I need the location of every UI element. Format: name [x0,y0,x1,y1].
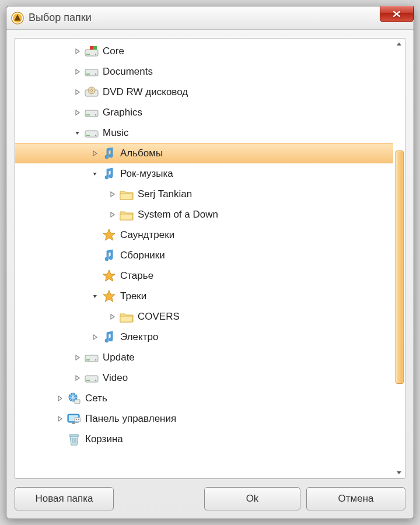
expander-closed-icon[interactable] [56,394,64,402]
network-icon [66,391,82,406]
tree-item[interactable]: Старье [15,265,393,286]
tree-item[interactable]: Альбомы [15,143,393,163]
expander-closed-icon[interactable] [108,313,117,321]
tree-item[interactable]: Корзина [15,429,393,449]
tree-item[interactable]: Core [15,41,393,61]
tree-item-label: Video [103,372,128,384]
svg-rect-21 [86,359,90,360]
ok-button[interactable]: Ok [204,487,300,510]
expander-closed-icon[interactable] [91,333,99,341]
tree-item-label: Корзина [85,433,123,445]
cancel-button[interactable]: Отмена [306,487,405,510]
app-icon [11,12,24,24]
folder-tree[interactable]: CoreDocumentsDVD RW дисководGraphicsMusi… [15,41,393,476]
svg-point-25 [95,379,97,381]
star-icon [102,289,117,304]
drive-icon [84,370,99,386]
expander-closed-icon[interactable] [74,88,82,96]
music-icon [102,330,117,345]
drive-win-icon [84,44,99,59]
music-icon [102,248,117,263]
scrollbar[interactable] [394,40,404,477]
svg-rect-5 [93,46,97,50]
scroll-up-arrow-icon[interactable] [394,40,404,49]
expander-closed-icon[interactable] [74,47,82,55]
svg-rect-18 [86,135,90,136]
dvd-icon [84,85,99,100]
tree-item[interactable]: Саундтреки [15,225,393,245]
tree-item-label: Альбомы [120,148,163,159]
tree-item[interactable]: System of a Down [15,204,393,225]
scroll-thumb[interactable] [396,150,404,384]
svg-rect-23 [85,376,98,382]
dialog-window: Выбор папки CoreDocumentsDVD RW дисковод… [6,6,414,519]
tree-item-label: DVD RW дисковод [103,86,188,98]
svg-rect-27 [75,400,80,404]
drive-icon [84,64,99,79]
tree-item-label: Core [103,46,124,57]
tree-item-label: Электро [120,331,158,343]
expander-closed-icon[interactable] [74,374,82,382]
cpanel-icon [66,411,82,426]
expander-closed-icon[interactable] [74,68,82,76]
tree-item-label: Serj Tankian [138,188,192,200]
tree-item[interactable]: Music [15,123,393,143]
svg-rect-17 [85,131,98,137]
music-icon [102,146,117,161]
tree-item[interactable]: Video [15,368,393,388]
expander-closed-icon[interactable] [74,354,82,362]
scroll-down-arrow-icon[interactable] [394,468,404,477]
tree-item[interactable]: Треки [15,286,393,306]
expander-closed-icon[interactable] [74,108,82,117]
tree-item[interactable]: DVD RW дисковод [15,82,393,102]
tree-item[interactable]: Graphics [15,102,393,123]
new-folder-button[interactable]: Новая папка [15,487,114,510]
expander-closed-icon[interactable] [108,211,117,219]
svg-point-32 [76,419,77,420]
tree-item-label: Треки [120,290,146,302]
tree-item-label: Graphics [103,107,142,118]
window-title: Выбор папки [29,12,92,24]
drive-icon [84,105,99,120]
tree-item[interactable]: Панель управления [15,408,393,429]
tree-item-label: Саундтреки [120,229,174,241]
tree-item-label: Documents [103,66,153,78]
svg-rect-20 [85,355,98,362]
tree-item[interactable]: Рок-музыка [15,163,393,184]
svg-rect-8 [85,69,98,76]
svg-rect-24 [86,380,90,381]
tree-item-label: Music [103,127,128,139]
tree-item-label: COVERS [138,311,180,323]
close-button[interactable] [380,6,414,22]
tree-item[interactable]: Сборники [15,245,393,265]
expander-closed-icon[interactable] [56,415,64,423]
folder-icon [119,187,134,202]
tree-item-label: Панель управления [85,413,176,425]
music-icon [102,166,117,181]
expander-closed-icon[interactable] [108,190,117,198]
tree-item[interactable]: Электро [15,327,393,347]
expander-open-icon[interactable] [91,292,99,300]
expander-open-icon[interactable] [91,170,99,178]
tree-item-label: Сборники [120,250,165,261]
expander-open-icon[interactable] [74,129,82,137]
svg-rect-3 [86,54,90,55]
svg-rect-15 [86,114,90,116]
close-icon [392,10,401,18]
tree-item-label: Сеть [85,393,107,404]
tree-item[interactable]: Serj Tankian [15,184,393,204]
drive-icon [84,125,99,141]
svg-point-22 [95,359,97,360]
tree-item-label: Старье [120,270,153,282]
expander-closed-icon[interactable] [91,149,99,158]
folder-icon [119,309,134,324]
star-icon [102,228,117,243]
title-bar: Выбор папки [6,6,414,30]
tree-item[interactable]: COVERS [15,306,393,327]
recycle-icon [66,432,82,447]
tree-item-label: Update [103,352,135,363]
svg-point-16 [95,114,97,116]
tree-item[interactable]: Documents [15,61,393,82]
tree-item[interactable]: Update [15,347,393,368]
tree-item[interactable]: Сеть [15,388,393,408]
